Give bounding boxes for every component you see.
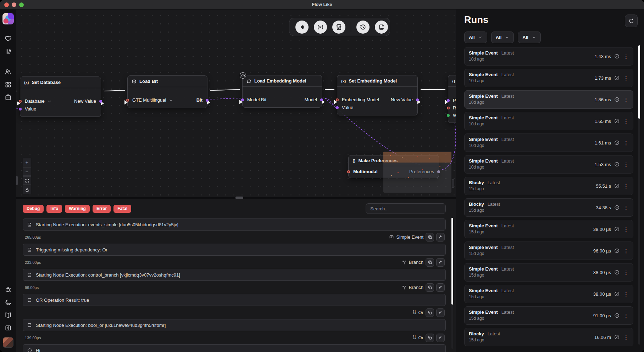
copy-icon[interactable] [426, 258, 434, 267]
moon-icon[interactable] [4, 299, 12, 306]
kebab-menu-icon[interactable]: ⋮ [623, 205, 629, 210]
jump-to-node-icon[interactable] [436, 233, 445, 242]
input-pin[interactable] [447, 114, 450, 117]
panel-right-icon[interactable] [4, 324, 12, 332]
kebab-menu-icon[interactable]: ⋮ [623, 270, 629, 275]
jump-to-node-icon[interactable] [436, 283, 445, 292]
kebab-menu-icon[interactable]: ⋮ [623, 183, 629, 189]
input-pin-multimodal[interactable] [347, 170, 350, 173]
chevron-down-icon[interactable] [168, 98, 173, 103]
input-pin-embedding-model[interactable] [336, 98, 339, 101]
run-item[interactable]: Simple Event Latest 15d ago 96.00 µs ⋮ [464, 242, 633, 260]
left-panel-handle[interactable] [16, 176, 18, 185]
log-message[interactable]: Starting Node Execution: control_branch … [23, 269, 446, 281]
skip-back-icon[interactable] [295, 21, 309, 34]
run-item[interactable]: Simple Event Latest 15d ago 91.00 µs ⋮ [464, 306, 633, 325]
copy-icon[interactable] [426, 233, 434, 242]
input-pin-value[interactable] [19, 108, 22, 110]
log-message[interactable]: OR Operation Result: true [23, 294, 446, 306]
runs-scrollbar-thumb[interactable] [638, 45, 640, 119]
jump-to-node-icon[interactable] [436, 334, 445, 342]
jump-to-node-icon[interactable] [436, 258, 445, 267]
node-set-embedding-model[interactable]: (x) Set Embedding Model Embedding Model … [337, 75, 418, 115]
zoom-out-icon[interactable]: − [23, 167, 31, 176]
run-item[interactable]: Blocky Latest 15d ago 16.06 m ⋮ [464, 328, 633, 346]
input-pin[interactable] [447, 107, 450, 109]
node-load-embedding-model[interactable]: Load Embedding Model Model Bit Model [242, 75, 322, 108]
log-message[interactable]: Starting Node Execution: events_simple [… [23, 218, 446, 231]
fit-view-icon[interactable] [23, 176, 31, 185]
run-item[interactable]: Simple Event Latest 10d ago 1.65 ms ⋮ [464, 112, 633, 130]
log-filter-chip[interactable]: Fatal [113, 205, 131, 213]
run-item[interactable]: Blocky Latest 11d ago 55.51 s ⋮ [464, 177, 633, 195]
output-pin-new-value[interactable] [99, 100, 102, 103]
run-item[interactable]: Blocky Latest 15d ago 34.38 s ⋮ [464, 198, 633, 217]
book-icon[interactable] [4, 311, 12, 319]
run-item[interactable]: Simple Event Latest 15d ago 38.00 µs ⋮ [464, 263, 633, 282]
kebab-menu-icon[interactable]: ⋮ [623, 97, 629, 102]
library-icon[interactable] [4, 47, 12, 55]
storage-box-icon[interactable] [4, 93, 12, 101]
flow-canvas[interactable]: (x) Set Database Database New Value [16, 10, 456, 197]
kebab-menu-icon[interactable]: ⋮ [623, 313, 629, 318]
run-item[interactable]: Simple Event Latest 10d ago 1.61 ms ⋮ [464, 134, 633, 152]
node-set-database[interactable]: (x) Set Database Database New Value [20, 76, 101, 117]
run-item[interactable]: Simple Event Latest 10d ago 1.43 ms ⋮ [464, 47, 633, 66]
app-logo-icon[interactable] [2, 13, 14, 24]
runs-filter-select[interactable]: All [464, 32, 487, 43]
zoom-in-icon[interactable]: + [23, 158, 31, 166]
kebab-menu-icon[interactable]: ⋮ [623, 75, 629, 81]
output-pin-new-value[interactable] [416, 98, 419, 101]
log-filter-chip[interactable]: Debug [23, 205, 44, 213]
runs-filter-select[interactable]: All [491, 32, 514, 43]
copy-icon[interactable] [426, 283, 434, 292]
apps-grid-icon[interactable] [4, 81, 12, 89]
log-filter-chip[interactable]: Info [46, 205, 62, 213]
runs-filter-select[interactable]: All [518, 32, 541, 43]
right-panel-handle[interactable] [452, 179, 454, 188]
log-message[interactable]: Starting Node Execution: bool_or [uxu1ne… [23, 319, 446, 331]
run-item[interactable]: Simple Event Latest 15d ago 38.00 µs ⋮ [464, 220, 633, 238]
log-filter-chip[interactable]: Error [93, 205, 111, 213]
history-icon[interactable] [356, 21, 370, 34]
input-pin-value[interactable] [336, 106, 339, 109]
input-pin-model-bit[interactable] [241, 98, 244, 101]
kebab-menu-icon[interactable]: ⋮ [623, 140, 629, 146]
copy-icon[interactable] [426, 334, 434, 342]
variables-icon[interactable] [314, 21, 327, 34]
kebab-menu-icon[interactable]: ⋮ [623, 291, 629, 297]
kebab-menu-icon[interactable]: ⋮ [623, 335, 629, 340]
log-search-input[interactable] [366, 203, 446, 214]
heart-icon[interactable] [4, 35, 12, 42]
kebab-menu-icon[interactable]: ⋮ [623, 227, 629, 232]
run-item[interactable]: Simple Event Latest 15d ago 38.00 µs ⋮ [464, 285, 633, 303]
log-message[interactable]: Hi [23, 344, 446, 352]
notebook-edit-icon[interactable] [332, 21, 345, 34]
log-filter-chip[interactable]: Warning [65, 205, 90, 213]
kebab-menu-icon[interactable]: ⋮ [623, 162, 629, 167]
chevron-down-icon[interactable] [47, 99, 52, 104]
output-pin-model[interactable] [320, 98, 323, 101]
node-load-bit[interactable]: Load Bit GTE Multilingual Bit [127, 75, 207, 108]
close-button[interactable] [4, 2, 9, 7]
log-scrollbar-thumb[interactable] [451, 218, 453, 305]
input-pin-bit-select[interactable] [126, 99, 129, 102]
jump-to-node-icon[interactable] [436, 308, 445, 317]
input-pin[interactable] [447, 99, 450, 102]
kebab-menu-icon[interactable]: ⋮ [623, 54, 629, 59]
maximize-button[interactable] [19, 2, 24, 7]
minimize-button[interactable] [12, 2, 16, 7]
input-pin-database[interactable] [19, 100, 22, 103]
user-avatar[interactable] [3, 337, 13, 348]
output-pin-bit[interactable] [206, 99, 209, 102]
script-icon[interactable] [375, 21, 388, 34]
kebab-menu-icon[interactable]: ⋮ [623, 248, 629, 254]
run-item[interactable]: Simple Event Latest 10d ago 1.73 ms ⋮ [464, 69, 633, 87]
log-message[interactable]: Triggering missing dependency: Or [23, 244, 446, 256]
run-item[interactable]: Simple Event Latest 10d ago 1.86 ms ⋮ [464, 90, 633, 109]
bug-icon[interactable] [4, 286, 12, 294]
refresh-icon[interactable] [625, 15, 638, 27]
run-item[interactable]: Simple Event Latest 10d ago 1.53 ms ⋮ [464, 155, 633, 174]
users-icon[interactable] [4, 68, 12, 76]
kebab-menu-icon[interactable]: ⋮ [623, 119, 629, 124]
